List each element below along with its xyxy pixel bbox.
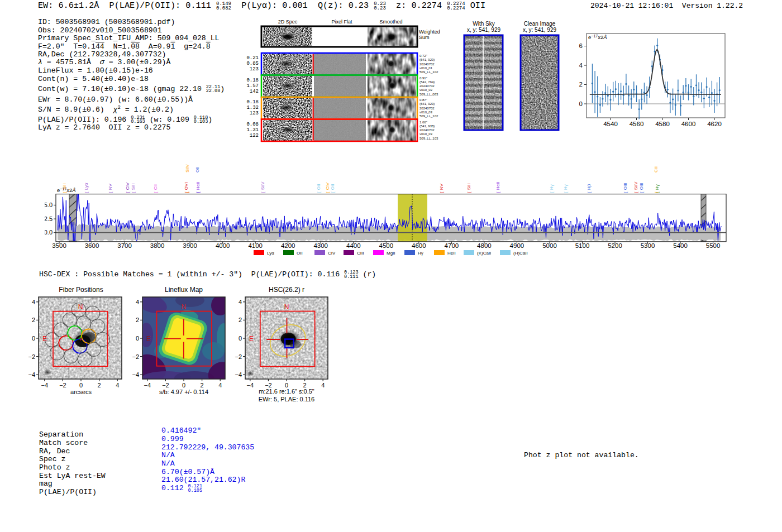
svg-text:0.87": 0.87" [419,98,427,102]
svg-text:2: 2 [239,317,242,323]
svg-text:v010_03: v010_03 [419,132,433,136]
svg-text:509_LL_102: 509_LL_102 [419,70,438,74]
svg-text:4: 4 [218,382,222,389]
svg-text:(: ( [185,191,190,193]
svg-text:−4: −4 [144,382,151,389]
svg-text:4700: 4700 [445,242,459,249]
svg-text:{ CIV: { CIV [125,182,130,193]
svg-text:0: 0 [182,382,185,389]
svg-text:e−17x2Å: e−17x2Å [57,187,76,193]
svg-text:SiIV: SiIV [185,164,190,172]
svg-text:{ OII: { OII [316,184,321,193]
svg-text:Sum: Sum [419,35,430,40]
svg-text:Clean Image: Clean Image [524,21,556,27]
svg-text:4200: 4200 [281,242,295,249]
svg-text:{ OII: { OII [330,184,335,193]
svg-text:2D Spec: 2D Spec [278,19,298,25]
svg-text:HSC(26.2) r: HSC(26.2) r [269,286,304,294]
svg-text:5100: 5100 [575,242,590,249]
svg-text:{ NV: { NV [439,183,444,193]
svg-text:20240702: 20240702 [419,84,435,88]
svg-text:0.18: 0.18 [246,78,259,83]
svg-text:{ OIII: { OIII [639,183,644,193]
svg-text:e−17x2Å: e−17x2Å [588,34,607,40]
svg-text:E: E [42,335,47,343]
svg-text:(541, 929): (541, 929) [419,102,435,106]
svg-text:142: 142 [250,89,259,94]
svg-text:−4: −4 [235,371,242,378]
svg-text:0: 0 [32,335,35,342]
svg-text:0.0: 0.0 [45,229,53,236]
svg-text:3900: 3900 [183,242,197,249]
svg-text:{ NV: { NV [108,183,113,193]
svg-text:20240702: 20240702 [419,128,435,132]
svg-text:{ SiIV: { SiIV [260,181,265,193]
svg-text:4900: 4900 [510,242,524,249]
svg-text:1.66": 1.66" [419,121,427,124]
svg-text:{ Hγ: { Hγ [563,184,568,193]
svg-text:4: 4 [321,382,325,389]
svg-text:−2: −2 [59,382,66,389]
svg-text:{ HeII: { HeII [495,181,500,193]
svg-text:6: 6 [579,42,583,49]
svg-text:5400: 5400 [673,242,688,249]
svg-text:0.85: 0.85 [246,61,259,66]
svg-text:4600: 4600 [681,121,696,127]
svg-text:2: 2 [201,382,204,389]
svg-text:−4: −4 [132,371,139,378]
svg-text:+: + [79,336,82,342]
svg-text:arcsecs: arcsecs [70,389,92,395]
svg-text:MgII: MgII [387,251,395,256]
svg-text:With Sky: With Sky [473,21,494,27]
svg-text:4540: 4540 [603,121,618,127]
svg-text:−2: −2 [162,382,169,389]
svg-text:4: 4 [32,299,35,305]
svg-text:Hγ: Hγ [418,251,423,256]
svg-text:{ CII: { CII [153,184,158,193]
svg-text:{ SiIV: { SiIV [633,181,638,193]
svg-text:{ Hγ: { Hγ [549,184,554,193]
svg-text:OII: OII [297,251,303,256]
svg-text:EWr: 5, PLAE: 0.116: EWr: 5, PLAE: 0.116 [259,396,314,402]
svg-text:x, y: 541, 929: x, y: 541, 929 [523,27,556,33]
svg-text:x, y: 541, 929: x, y: 541, 929 [467,27,500,33]
svg-text:{ SiII: { SiII [131,184,136,193]
svg-text:1.57: 1.57 [246,83,259,89]
svg-text:−2: −2 [28,353,35,360]
svg-text:(541, 929): (541, 929) [419,58,435,61]
svg-text:{ Lyα: { Lyα [84,183,89,193]
svg-text:CIII: CIII [357,251,364,256]
svg-text:4580: 4580 [655,121,670,127]
svg-text:N: N [284,303,289,311]
svg-text:v010_01: v010_01 [419,66,433,70]
svg-text:Lineflux Map: Lineflux Map [165,286,203,294]
svg-text:4: 4 [579,62,583,69]
svg-text:{ Hβ: { Hβ [586,184,592,193]
svg-text:4300: 4300 [313,242,328,249]
svg-text:509_LL_103: 509_LL_103 [419,137,438,140]
svg-text:5000: 5000 [542,242,557,249]
svg-text:509_LL_083: 509_LL_083 [419,93,438,96]
svg-text:2: 2 [32,317,35,323]
svg-text:3700: 3700 [117,242,132,249]
svg-text:Weighted: Weighted [419,29,440,35]
svg-text:5500: 5500 [706,242,721,249]
svg-text:0.08: 0.08 [246,122,259,127]
svg-text:4: 4 [136,299,139,305]
svg-text:E: E [249,335,254,343]
svg-text:4100: 4100 [248,242,263,249]
svg-text:(K)CaII: (K)CaII [477,251,491,256]
svg-text:E: E [146,335,151,343]
svg-text:−2: −2 [132,353,139,360]
svg-text:(542, 764): (542, 764) [419,80,435,84]
svg-text:1.31: 1.31 [246,127,259,133]
svg-text:m:21.6 re:1.6" s:0.5": m:21.6 re:1.6" s:0.5" [259,388,314,395]
svg-text:4400: 4400 [346,242,361,249]
svg-text:509_LL_102: 509_LL_102 [419,114,438,118]
svg-text:4500: 4500 [379,242,394,249]
svg-text:(541, 938): (541, 938) [419,124,435,128]
svg-text:2: 2 [579,81,583,88]
svg-text:0.21: 0.21 [246,55,259,61]
svg-text:4600: 4600 [412,242,426,249]
svg-text:{ HeII: { HeII [196,181,201,193]
